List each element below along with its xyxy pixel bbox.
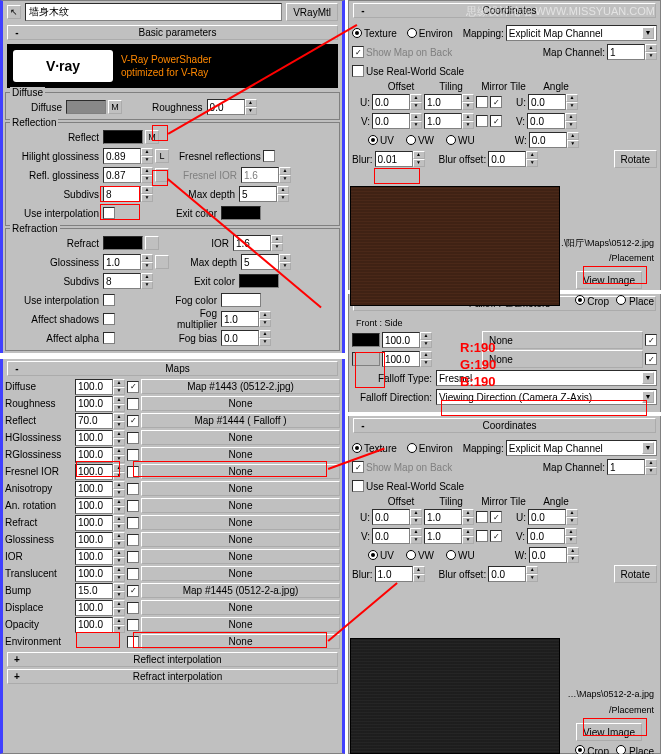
refr-subdivs-spinner[interactable]: ▲▼ xyxy=(103,273,153,289)
map-enable-checkbox[interactable] xyxy=(127,432,139,444)
falloff-v1[interactable]: ▲▼ xyxy=(382,332,432,348)
realworld-checkbox2[interactable] xyxy=(352,480,364,492)
map-slot-button[interactable]: None xyxy=(141,396,340,411)
falloff-map1[interactable]: None xyxy=(482,331,643,349)
map-slot-button[interactable]: None xyxy=(141,447,340,462)
mapping-dropdown[interactable]: Explicit Map Channel▼ xyxy=(506,25,657,41)
falloff-map2[interactable]: None xyxy=(482,350,643,368)
texture-radio[interactable] xyxy=(352,28,362,38)
w-angle[interactable]: ▲▼ xyxy=(529,132,579,148)
crop-radio-2[interactable] xyxy=(575,745,585,754)
bloff-spinner2[interactable]: ▲▼ xyxy=(488,566,538,582)
environ-radio[interactable] xyxy=(407,28,417,38)
map-slot-button[interactable]: None xyxy=(141,600,340,615)
rotate-button[interactable]: Rotate xyxy=(614,150,657,168)
exit-swatch[interactable] xyxy=(221,206,261,220)
u-offset2[interactable]: ▲▼ xyxy=(372,509,422,525)
v-offset2[interactable]: ▲▼ xyxy=(372,528,422,544)
map-amount-spinner[interactable]: ▲▼ xyxy=(75,532,125,548)
falloff-on2[interactable]: ✓ xyxy=(645,353,657,365)
mapch-spinner2[interactable]: ▲▼ xyxy=(607,459,657,475)
u-tile[interactable]: ✓ xyxy=(490,96,502,108)
map-slot-button[interactable]: None xyxy=(141,617,340,632)
refr-gloss-spinner[interactable]: ▲▼ xyxy=(103,254,153,270)
refr-depth-spinner[interactable]: ▲▼ xyxy=(241,254,291,270)
map-amount-spinner[interactable]: ▲▼ xyxy=(75,396,125,412)
map-enable-checkbox[interactable] xyxy=(127,602,139,614)
map-enable-checkbox[interactable] xyxy=(127,551,139,563)
falloff-swatch2[interactable] xyxy=(352,352,380,366)
map-amount-spinner[interactable]: ▲▼ xyxy=(75,464,125,480)
use-interp-checkbox[interactable] xyxy=(103,207,115,219)
falloff-on1[interactable]: ✓ xyxy=(645,334,657,346)
diffuse-map-button[interactable]: M xyxy=(108,100,122,114)
map-slot-button[interactable]: None xyxy=(141,498,340,513)
map-enable-checkbox[interactable] xyxy=(127,534,139,546)
texture-radio2[interactable] xyxy=(352,443,362,453)
map-amount-spinner[interactable]: ▲▼ xyxy=(75,617,125,633)
u-mirror[interactable] xyxy=(476,96,488,108)
rotate-button2[interactable]: Rotate xyxy=(614,565,657,583)
refr-exit-swatch[interactable] xyxy=(239,274,279,288)
showmap-checkbox[interactable]: ✓ xyxy=(352,46,364,58)
shadows-checkbox[interactable] xyxy=(103,313,115,325)
map-slot-button[interactable]: None xyxy=(141,532,340,547)
map-slot-button[interactable]: None xyxy=(141,464,340,479)
v-tile[interactable]: ✓ xyxy=(490,115,502,127)
map-slot-button[interactable]: None xyxy=(141,430,340,445)
coord2-header[interactable]: -Coordinates xyxy=(353,418,656,433)
vw-radio[interactable] xyxy=(406,135,416,145)
map-enable-checkbox[interactable] xyxy=(127,636,139,648)
map-amount-spinner[interactable]: ▲▼ xyxy=(75,600,125,616)
material-name-dropdown[interactable]: 墙身木纹 xyxy=(25,3,282,21)
map-enable-checkbox[interactable] xyxy=(127,398,139,410)
material-type-button[interactable]: VRayMtl xyxy=(286,3,338,21)
map-enable-checkbox[interactable] xyxy=(127,466,139,478)
map-enable-checkbox[interactable] xyxy=(127,449,139,461)
u-angle[interactable]: ▲▼ xyxy=(528,94,578,110)
fogm-spinner[interactable]: ▲▼ xyxy=(221,311,271,327)
map-amount-spinner[interactable]: ▲▼ xyxy=(75,413,125,429)
map-slot-button[interactable]: None xyxy=(141,634,340,649)
v-angle2[interactable]: ▲▼ xyxy=(527,528,577,544)
refl-gloss-map[interactable] xyxy=(155,168,169,182)
map-slot-button[interactable]: Map #1444 ( Falloff ) xyxy=(141,413,340,428)
basic-params-header[interactable]: -Basic parameters xyxy=(7,25,338,40)
map-slot-button[interactable]: Map #1445 (0512-2-a.jpg) xyxy=(141,583,340,598)
wu-radio[interactable] xyxy=(446,135,456,145)
map-enable-checkbox[interactable]: ✓ xyxy=(127,381,139,393)
environ-radio2[interactable] xyxy=(407,443,417,453)
view-image-2[interactable]: View Image xyxy=(576,723,642,741)
crop-radio-1[interactable] xyxy=(575,295,585,305)
v-mirror[interactable] xyxy=(476,115,488,127)
unlock-button[interactable]: L xyxy=(155,149,169,163)
mapch-spinner[interactable]: ▲▼ xyxy=(607,44,657,60)
reflect-map-button[interactable]: M xyxy=(145,130,159,144)
blur-spinner2[interactable]: ▲▼ xyxy=(375,566,425,582)
v-offset[interactable]: ▲▼ xyxy=(372,113,422,129)
falloff-type-dropdown[interactable]: Fresnel▼ xyxy=(436,370,657,386)
map-enable-checkbox[interactable] xyxy=(127,517,139,529)
fogb-spinner[interactable]: ▲▼ xyxy=(221,330,271,346)
map-amount-spinner[interactable]: ▲▼ xyxy=(75,430,125,446)
falloff-v2[interactable]: ▲▼ xyxy=(382,351,432,367)
alpha-checkbox[interactable] xyxy=(103,332,115,344)
refr-interp-checkbox[interactable] xyxy=(103,294,115,306)
roughness-spinner[interactable]: ▲▼ xyxy=(207,99,257,115)
fog-swatch[interactable] xyxy=(221,293,261,307)
uv-radio[interactable] xyxy=(368,135,378,145)
hilight-spinner[interactable]: ▲▼ xyxy=(103,148,153,164)
u-tiling[interactable]: ▲▼ xyxy=(424,94,474,110)
place-radio-1[interactable] xyxy=(616,295,626,305)
map-amount-spinner[interactable]: ▲▼ xyxy=(75,566,125,582)
mapping-dropdown2[interactable]: Explicit Map Channel▼ xyxy=(506,440,657,456)
reflect-swatch[interactable] xyxy=(103,130,143,144)
map-amount-spinner[interactable]: ▲▼ xyxy=(75,447,125,463)
w-angle2[interactable]: ▲▼ xyxy=(529,547,579,563)
map-slot-button[interactable]: None xyxy=(141,515,340,530)
fresnel-checkbox[interactable] xyxy=(263,150,275,162)
map-slot-button[interactable]: None xyxy=(141,566,340,581)
falloff-swatch1[interactable] xyxy=(352,333,380,347)
v-tiling2[interactable]: ▲▼ xyxy=(424,528,474,544)
subdivs-spinner[interactable]: ▲▼ xyxy=(103,186,153,202)
